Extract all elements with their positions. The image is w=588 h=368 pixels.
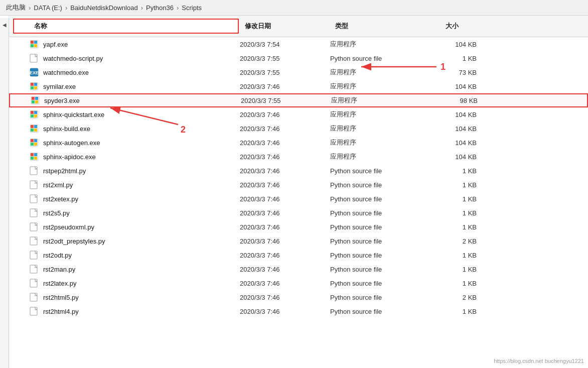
left-pane-indicator: ◀ (0, 18, 9, 368)
file-type: 应用程序 (325, 96, 435, 105)
svg-rect-36 (31, 157, 34, 160)
table-row[interactable]: rst2xetex.py2020/3/3 7:46Python source f… (9, 192, 588, 206)
table-row[interactable]: sphinx-build.exe2020/3/3 7:46应用程序104 KB (9, 121, 588, 136)
svg-rect-3 (31, 44, 34, 47)
svg-rect-34 (31, 153, 34, 156)
table-row[interactable]: rst2s5.py2020/3/3 7:46Python source file… (9, 206, 588, 220)
breadcrumb-separator: › (29, 4, 31, 12)
file-size: 1 KB (434, 181, 485, 189)
breadcrumb-item[interactable]: DATA (E:) (34, 4, 62, 12)
file-date: 2020/3/3 7:55 (235, 97, 325, 104)
breadcrumb-item[interactable]: 此电脑 (6, 3, 26, 12)
file-type: Python source file (324, 195, 434, 203)
table-row[interactable]: sphinx-apidoc.exe2020/3/3 7:46应用程序104 KB (9, 150, 588, 164)
file-name: spyder3.exe (44, 97, 235, 104)
file-type: 应用程序 (324, 110, 434, 119)
svg-rect-29 (31, 139, 34, 142)
svg-rect-10 (34, 83, 37, 86)
column-date-header[interactable]: 修改日期 (239, 22, 329, 31)
column-size-header[interactable]: 大小 (439, 22, 490, 31)
table-row[interactable]: yapf.exe2020/3/3 7:54应用程序104 KB (9, 37, 588, 51)
file-name: rst2odt_prepstyles.py (43, 237, 234, 245)
py-file-icon (29, 222, 39, 232)
py-file-icon (29, 194, 39, 204)
exe-file-icon (29, 124, 39, 134)
file-size: 1 KB (434, 252, 485, 259)
table-row[interactable]: spyder3.exe2020/3/3 7:55应用程序98 KB (9, 93, 588, 107)
py-file-icon (29, 306, 39, 316)
table-row[interactable]: sphinx-autogen.exe2020/3/3 7:46应用程序104 K… (9, 136, 588, 150)
table-row[interactable]: rst2man.py2020/3/3 7:46Python source fil… (9, 262, 588, 276)
file-size: 104 KB (434, 41, 485, 48)
file-date: 2020/3/3 7:54 (234, 41, 324, 48)
collapse-arrow[interactable]: ◀ (3, 22, 7, 28)
file-name: rst2s5.py (43, 209, 234, 217)
file-date: 2020/3/3 7:46 (234, 252, 324, 259)
file-type: Python source file (324, 237, 434, 245)
py-file-icon (29, 264, 39, 274)
breadcrumb-item[interactable]: BaiduNetdiskDownload (70, 4, 137, 12)
file-name: watchmedo-script.py (43, 55, 234, 62)
file-date: 2020/3/3 7:46 (234, 237, 324, 245)
column-type-header[interactable]: 类型 (329, 22, 439, 31)
file-size: 104 KB (434, 153, 485, 161)
svg-rect-15 (35, 97, 38, 100)
file-rows: yapf.exe2020/3/3 7:54应用程序104 KBwatchmedo… (9, 37, 588, 365)
file-size: 104 KB (434, 111, 485, 118)
breadcrumb-separator: › (177, 4, 179, 12)
exe-file-icon (29, 39, 39, 49)
file-date: 2020/3/3 7:55 (234, 69, 324, 76)
svg-rect-35 (34, 153, 37, 156)
file-date: 2020/3/3 7:46 (234, 209, 324, 217)
table-row[interactable]: EXEwatchmedo.exe2020/3/3 7:55应用程序73 KB (9, 65, 588, 79)
svg-rect-21 (31, 114, 34, 117)
file-name: rst2man.py (43, 266, 234, 273)
svg-rect-12 (34, 86, 37, 89)
exe-file-icon (29, 109, 39, 119)
file-type: Python source file (324, 167, 434, 175)
breadcrumb-item[interactable]: Python36 (146, 4, 174, 12)
table-row[interactable]: rst2html5.py2020/3/3 7:46Python source f… (9, 290, 588, 304)
file-name: rst2xml.py (43, 181, 234, 189)
table-row[interactable]: watchmedo-script.py2020/3/3 7:55Python s… (9, 51, 588, 65)
file-date: 2020/3/3 7:46 (234, 139, 324, 147)
file-date: 2020/3/3 7:46 (234, 181, 324, 189)
table-row[interactable]: rstpep2html.py2020/3/3 7:46Python source… (9, 164, 588, 178)
table-row[interactable]: symilar.exe2020/3/3 7:46应用程序104 KB (9, 79, 588, 93)
file-date: 2020/3/3 7:46 (234, 125, 324, 133)
file-name: rstpep2html.py (43, 167, 234, 175)
file-name: rst2xetex.py (43, 195, 234, 203)
file-type: 应用程序 (324, 138, 434, 147)
svg-rect-24 (31, 125, 34, 128)
svg-rect-37 (34, 157, 37, 160)
file-size: 1 KB (434, 55, 485, 62)
file-type: 应用程序 (324, 68, 434, 77)
table-row[interactable]: rst2xml.py2020/3/3 7:46Python source fil… (9, 178, 588, 192)
file-name: rst2odt.py (43, 252, 234, 259)
file-name: rst2pseudoxml.py (43, 223, 234, 231)
file-size: 104 KB (434, 125, 485, 133)
table-row[interactable]: rst2odt.py2020/3/3 7:46Python source fil… (9, 248, 588, 262)
table-row[interactable]: sphinx-quickstart.exe2020/3/3 7:46应用程序10… (9, 107, 588, 121)
exe-file-icon (29, 138, 39, 148)
table-row[interactable]: rst2html4.py2020/3/3 7:46Python source f… (9, 304, 588, 318)
file-date: 2020/3/3 7:46 (234, 83, 324, 90)
py-file-icon (29, 180, 39, 190)
table-row[interactable]: rst2latex.py2020/3/3 7:46Python source f… (9, 276, 588, 290)
breadcrumb-separator: › (65, 4, 67, 12)
breadcrumb-item[interactable]: Scripts (182, 4, 202, 12)
svg-rect-32 (34, 143, 37, 146)
file-name: sphinx-build.exe (43, 125, 234, 133)
file-date: 2020/3/3 7:55 (234, 55, 324, 62)
column-name-header[interactable]: 名称 (13, 19, 239, 34)
py-file-icon (29, 208, 39, 218)
svg-rect-17 (35, 100, 38, 103)
file-size: 1 KB (434, 308, 485, 315)
table-row[interactable]: rst2pseudoxml.py2020/3/3 7:46Python sour… (9, 220, 588, 234)
svg-rect-25 (34, 125, 37, 128)
file-size: 1 KB (434, 223, 485, 231)
file-date: 2020/3/3 7:46 (234, 266, 324, 273)
svg-rect-22 (34, 114, 37, 117)
file-size: 1 KB (434, 209, 485, 217)
table-row[interactable]: rst2odt_prepstyles.py2020/3/3 7:46Python… (9, 234, 588, 248)
